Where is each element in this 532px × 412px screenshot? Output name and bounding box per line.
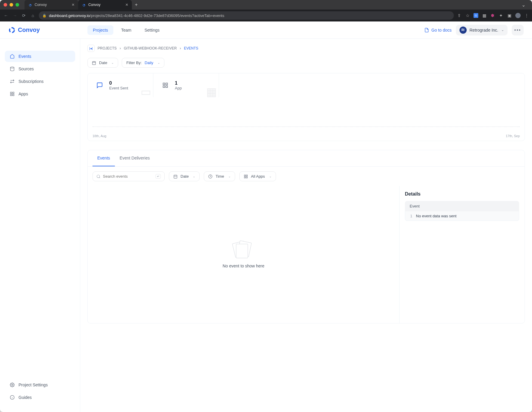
sidebar-item-apps[interactable]: Apps (5, 88, 75, 100)
org-selector[interactable]: RI Retrograde Inc. ⌄ (456, 25, 508, 35)
app-header: Convoy Projects Team Settings Go to docs… (0, 21, 532, 39)
chart-area (88, 97, 525, 133)
tab-favicon-icon: ◔ (28, 3, 32, 7)
chart-baseline (92, 126, 520, 127)
go-to-docs-link[interactable]: Go to docs (424, 28, 452, 32)
grid-bg-icon: ▦ (206, 85, 217, 98)
sidebar-item-sources[interactable]: Sources (5, 63, 75, 75)
main-content: |◂| PROJECTS › GITHUB-WEBHOOK-RECEIVER ›… (80, 39, 532, 412)
mac-minimize-dot[interactable] (10, 3, 13, 7)
extension-translate-icon[interactable]: G (474, 13, 478, 18)
extension-star-icon[interactable]: ✽ (490, 13, 495, 18)
close-tab-icon[interactable]: ✕ (72, 3, 75, 7)
event-details-panel: Details Event 1 No event data was sent (399, 186, 525, 323)
chevron-right-icon: › (180, 46, 181, 50)
brand-logo[interactable]: Convoy (8, 27, 40, 34)
events-card: Events Event Deliveries ↵ Date ⌄ (87, 150, 525, 323)
events-date-label: Date (181, 174, 189, 179)
close-tab-icon[interactable]: ✕ (125, 3, 128, 7)
document-icon (424, 28, 429, 32)
grid-icon (161, 81, 169, 89)
new-tab-button[interactable]: + (132, 0, 141, 10)
swap-icon (10, 79, 15, 84)
sidebar-item-label: Apps (18, 92, 28, 96)
tabs-dropdown-icon[interactable]: ⌄ (519, 0, 528, 10)
chevron-down-icon: ⌄ (501, 28, 504, 32)
sidebar-item-label: Sources (18, 66, 34, 71)
events-time-label: Time (215, 174, 224, 179)
svg-line-19 (99, 177, 100, 178)
panel-icon[interactable]: ▣ (507, 13, 512, 18)
events-date-filter[interactable]: Date ⌄ (169, 171, 200, 181)
svg-rect-15 (166, 83, 168, 85)
chevron-down-icon: ⌄ (228, 175, 231, 178)
svg-rect-17 (166, 86, 168, 88)
chevron-down-icon: ⌄ (111, 61, 114, 64)
svg-rect-26 (246, 177, 247, 178)
stat-events-sent-count: 0 (109, 80, 128, 86)
home-icon (10, 54, 15, 59)
back-icon[interactable]: ← (3, 13, 9, 18)
extension-icon[interactable]: ▦ (482, 13, 487, 18)
filterby-button[interactable]: Filter By: Daily ⌄ (122, 58, 164, 68)
chevron-down-icon: ⌄ (193, 175, 195, 178)
events-apps-filter[interactable]: All Apps ⌄ (239, 171, 276, 181)
share-icon[interactable]: ⇪ (457, 13, 462, 18)
database-icon (10, 66, 15, 72)
reload-icon[interactable]: ⟳ (21, 13, 27, 18)
chevron-down-icon: ⌄ (269, 175, 272, 178)
browser-tab[interactable]: ◔ Convoy ✕ (24, 0, 78, 10)
events-time-filter[interactable]: Time ⌄ (204, 171, 235, 181)
sidebar-item-project-settings[interactable]: Project Settings (5, 379, 75, 391)
calendar-icon (173, 174, 178, 179)
breadcrumb-events[interactable]: EVENTS (184, 46, 198, 50)
nav-settings[interactable]: Settings (139, 25, 165, 35)
stat-apps: 1 App ▦ (153, 73, 219, 97)
tab-title: Convoy (88, 3, 101, 7)
svg-rect-16 (163, 86, 165, 88)
calendar-icon (92, 61, 96, 65)
forward-icon[interactable]: → (12, 13, 18, 18)
svg-rect-2 (10, 92, 12, 94)
grid-icon (244, 174, 248, 179)
breadcrumb-toggle-icon[interactable]: |◂| (87, 45, 95, 52)
browser-menu-icon[interactable]: ⋮ (524, 13, 529, 18)
svg-point-0 (10, 28, 14, 32)
tab-events[interactable]: Events (92, 150, 115, 166)
brand-name: Convoy (18, 27, 40, 33)
extensions-menu-icon[interactable]: ✦ (499, 13, 503, 18)
stat-app-count: 1 (175, 80, 182, 86)
lock-icon: 🔒 (42, 14, 47, 18)
home-icon[interactable]: ⌂ (30, 13, 36, 18)
grid-icon (10, 91, 15, 97)
bookmark-icon[interactable]: ☆ (465, 13, 470, 18)
stat-app-label: App (175, 86, 182, 90)
svg-rect-20 (174, 175, 177, 178)
tab-event-deliveries[interactable]: Event Deliveries (115, 150, 155, 166)
mac-zoom-dot[interactable] (16, 3, 19, 7)
sidebar-item-events[interactable]: Events (5, 51, 75, 62)
browser-tab-active[interactable]: ◔ Convoy ✕ (78, 0, 132, 10)
profile-avatar-icon[interactable] (515, 13, 521, 18)
svg-rect-23 (244, 175, 246, 176)
org-name: Retrograde Inc. (470, 28, 499, 32)
details-tab-event[interactable]: Event (405, 201, 519, 211)
breadcrumb: |◂| PROJECTS › GITHUB-WEBHOOK-RECEIVER ›… (80, 39, 532, 58)
empty-illustration-icon (233, 241, 254, 259)
breadcrumb-project[interactable]: GITHUB-WEBHOOK-RECEIVER (124, 46, 177, 50)
svg-point-1 (10, 67, 14, 68)
sidebar-item-subscriptions[interactable]: Subscriptions (5, 76, 75, 87)
sidebar-item-label: Events (18, 54, 31, 59)
header-more-button[interactable]: ••• (512, 25, 524, 35)
mac-close-dot[interactable] (4, 3, 7, 7)
sidebar-item-guides[interactable]: Guides (5, 392, 75, 403)
search-events[interactable]: ↵ (92, 171, 165, 181)
svg-rect-5 (13, 94, 14, 96)
nav-projects[interactable]: Projects (87, 25, 113, 35)
search-events-input[interactable] (103, 174, 153, 179)
breadcrumb-projects[interactable]: PROJECTS (98, 46, 117, 50)
url-bar[interactable]: 🔒 dashboard.getconvoy.io/projects/28ea83… (39, 11, 454, 20)
search-icon (96, 174, 101, 179)
nav-team[interactable]: Team (116, 25, 137, 35)
date-filter-button[interactable]: Date ⌄ (87, 58, 118, 68)
